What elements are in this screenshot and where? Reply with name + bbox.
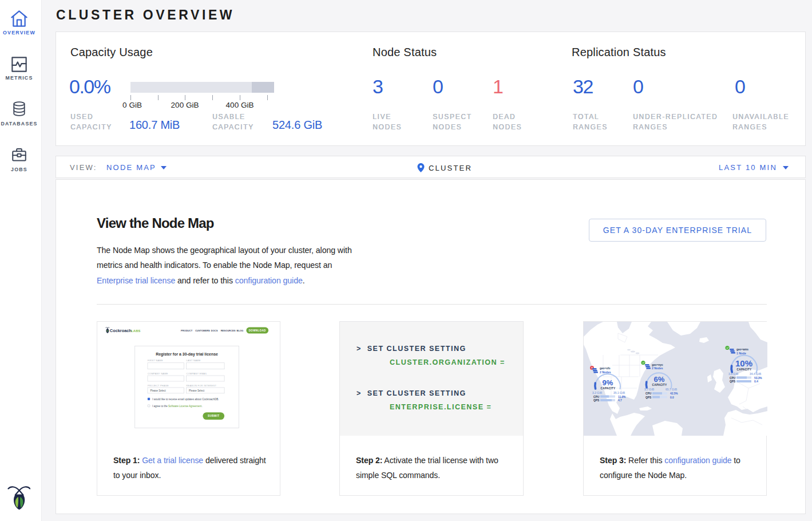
svg-text:QPS: QPS <box>730 380 736 383</box>
svg-text:0.0: 0.0 <box>670 396 674 399</box>
svg-text:REASON FOR INTEREST: REASON FOR INTEREST <box>187 384 217 387</box>
svg-text:CPU: CPU <box>645 392 652 395</box>
svg-text:0.4: 0.4 <box>754 380 758 383</box>
svg-text:DOWNLOAD: DOWNLOAD <box>249 329 266 332</box>
svg-text:53.3%: 53.3% <box>754 377 762 380</box>
svg-text:QPS: QPS <box>593 399 600 402</box>
svg-text:geo=nyc: geo=nyc <box>652 364 663 366</box>
svg-text:QPS: QPS <box>645 396 652 399</box>
svg-text:CPU: CPU <box>730 377 736 380</box>
svg-text:LABS: LABS <box>131 329 140 333</box>
svg-text:65.7 GiB: 65.7 GiB <box>666 388 677 391</box>
svg-text:COMPANY EMAIL: COMPANY EMAIL <box>187 372 208 375</box>
svg-text:LAST NAME: LAST NAME <box>187 359 201 362</box>
svg-text:11.0%: 11.0% <box>618 396 626 398</box>
svg-text:CAPACITY: CAPACITY <box>652 384 667 386</box>
svg-text:I agree to the Software Licens: I agree to the Software License Agreemen… <box>152 405 203 408</box>
svg-text:COMPANY NAME: COMPANY NAME <box>148 372 168 375</box>
svg-text:SUBMIT: SUBMIT <box>208 415 219 417</box>
svg-text:CPU: CPU <box>593 396 600 398</box>
svg-text:FIRST NAME: FIRST NAME <box>148 359 163 362</box>
svg-text:I would like to receive email: I would like to receive email updates ab… <box>152 398 219 401</box>
svg-text:1 Node: 1 Node <box>736 352 746 355</box>
svg-text:Cockroach: Cockroach <box>110 328 132 333</box>
svg-text:geo=ams: geo=ams <box>736 348 748 351</box>
svg-text:35.1 GiB: 35.1 GiB <box>613 391 625 394</box>
svg-text:6%: 6% <box>654 375 665 384</box>
svg-text:CAPACITY: CAPACITY <box>737 368 752 371</box>
svg-text:Please Select: Please Select <box>150 389 166 392</box>
svg-text:2 Nodes: 2 Nodes <box>600 370 611 374</box>
svg-text:4.7: 4.7 <box>618 399 622 402</box>
svg-text:3.6 GiB: 3.6 GiB <box>728 372 739 376</box>
svg-text:PRODUCT: PRODUCT <box>181 329 193 332</box>
svg-text:9%: 9% <box>603 378 613 387</box>
svg-text:3.2 GiB: 3.2 GiB <box>592 391 603 394</box>
svg-text:3.7 GiB: 3.7 GiB <box>644 388 655 391</box>
svg-text:34.4 GiB: 34.4 GiB <box>750 372 761 376</box>
svg-text:geo=sfo: geo=sfo <box>600 367 611 370</box>
svg-text:CAPACITY: CAPACITY <box>601 387 616 390</box>
svg-text:Please Select: Please Select <box>189 389 205 392</box>
svg-text:10%: 10% <box>735 358 752 368</box>
svg-text:PROJECT PHASE: PROJECT PHASE <box>148 384 169 387</box>
svg-text:2 Nodes: 2 Nodes <box>652 366 663 370</box>
svg-text:Register for a 30-day trial li: Register for a 30-day trial license <box>156 352 218 357</box>
svg-text:CUSTOMERS: CUSTOMERS <box>195 329 210 332</box>
svg-text:DOCS: DOCS <box>211 329 218 332</box>
svg-text:RESOURCES: RESOURCES <box>221 329 236 332</box>
svg-text:BLOG: BLOG <box>236 329 243 332</box>
svg-text:42.5%: 42.5% <box>670 392 678 395</box>
